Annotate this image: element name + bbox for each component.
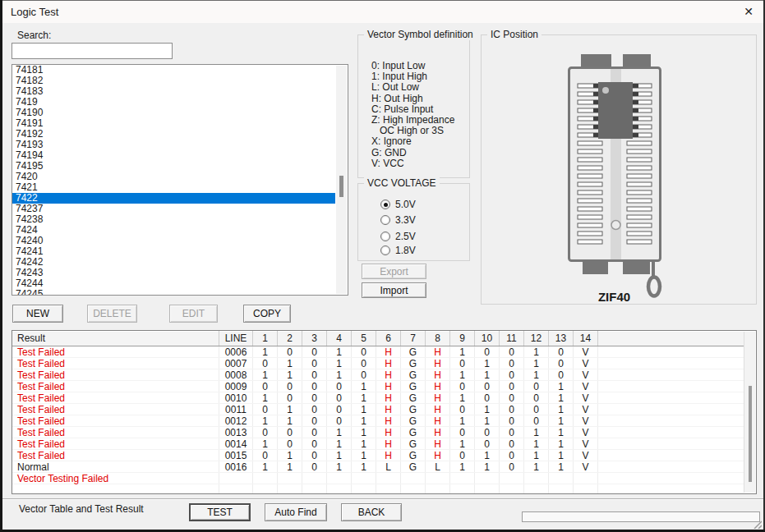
table-row[interactable]: Test Failed001410011HGH10011V	[12, 438, 744, 450]
list-item[interactable]: 74195	[12, 161, 348, 172]
table-row[interactable]: Test Failed001010001HGH10001V	[12, 392, 744, 404]
vector-cell: V	[574, 346, 598, 357]
list-item[interactable]: 74194	[12, 150, 348, 161]
table-row[interactable]: Normal001611011LGL11011V	[12, 461, 744, 473]
copy-button[interactable]: COPY	[243, 305, 291, 323]
radio-button[interactable]	[380, 215, 390, 225]
import-button[interactable]: Import	[362, 282, 426, 298]
result-cell: Test Failed	[12, 358, 219, 369]
row-filler	[598, 473, 744, 484]
vcc-option-3.3v[interactable]: 3.3V	[380, 214, 416, 226]
list-item[interactable]: 74242	[12, 257, 348, 268]
vector-cell: H	[426, 427, 450, 438]
vector-cell: 1	[450, 461, 475, 472]
table-row[interactable]: Test Failed000811010HGH11010V	[12, 369, 744, 381]
vector-cell: G	[401, 404, 426, 415]
list-item[interactable]: 74244	[12, 278, 348, 289]
vector-cell: 0	[450, 358, 475, 369]
resize-grip[interactable]	[753, 521, 762, 529]
back-button[interactable]: BACK	[341, 503, 402, 521]
vector-cell: H	[426, 369, 450, 380]
table-row[interactable]: Test Failed000900001HGH00001V	[12, 381, 744, 392]
list-item[interactable]: 74183	[12, 86, 348, 97]
ic-listbox[interactable]: 7418174182741837419741907419174192741937…	[12, 64, 348, 296]
table-row[interactable]: Test Failed001300011HGH00011V	[12, 427, 744, 438]
vector-cell: 1	[278, 450, 302, 461]
vector-cell: 0	[302, 461, 327, 472]
edit-button[interactable]: EDIT	[169, 305, 218, 323]
column-header-filler	[598, 331, 744, 346]
vector-cell: 0	[500, 381, 524, 392]
table-row[interactable]: Test Failed000701010HGH01010V	[12, 358, 744, 369]
vector-cell: 1	[524, 450, 549, 461]
list-item[interactable]: 7424	[12, 225, 348, 236]
table-empty-row[interactable]	[12, 484, 744, 494]
vector-cell	[327, 484, 352, 494]
test-button[interactable]: TEST	[189, 503, 251, 521]
list-item[interactable]: 74238	[12, 214, 348, 225]
list-item[interactable]: 74191	[12, 118, 348, 129]
radio-button[interactable]	[380, 245, 390, 255]
vcc-option-2.5v[interactable]: 2.5V	[380, 231, 416, 242]
vector-cell	[524, 473, 549, 484]
vector-cell: 0	[278, 346, 302, 357]
vector-cell	[327, 473, 352, 484]
logic-test-dialog: Logic Test ✕ Search: 7418174182741837419…	[0, 0, 765, 532]
vector-cell: 0	[450, 404, 475, 415]
vector-result-table[interactable]: ResultLINE1234567891011121314 Test Faile…	[12, 330, 757, 494]
vector-cell: 1	[450, 392, 475, 403]
vector-cell: V	[574, 381, 598, 392]
table-row[interactable]: Test Failed001501011HGH01011V	[12, 450, 744, 461]
vector-cell: H	[376, 415, 401, 426]
symbol-definition-line: X: Ignore	[371, 136, 454, 147]
vector-cell	[401, 473, 426, 484]
list-item[interactable]: 74243	[12, 268, 348, 278]
close-icon[interactable]: ✕	[738, 2, 759, 21]
list-item[interactable]: 74192	[12, 129, 348, 140]
list-item[interactable]: 74182	[12, 76, 348, 86]
table-row[interactable]: Test Failed001211001HGH11001V	[12, 415, 744, 427]
list-item[interactable]: 74241	[12, 246, 348, 257]
table-scrollbar-thumb[interactable]	[749, 386, 752, 482]
listbox-scrollbar[interactable]	[336, 66, 347, 294]
table-scrollbar[interactable]	[744, 332, 755, 493]
list-item[interactable]: 7421	[12, 182, 348, 193]
table-row[interactable]: Test Failed001101001HGH01001V	[12, 404, 744, 415]
delete-button[interactable]: DELETE	[87, 305, 137, 323]
vector-cell: 1	[475, 358, 500, 369]
list-item[interactable]: 74245	[12, 289, 348, 296]
vector-cell: 0	[500, 392, 524, 403]
vector-cell: 1	[327, 427, 352, 438]
vector-cell: G	[401, 392, 426, 403]
list-item[interactable]: 7419	[12, 97, 348, 108]
new-button[interactable]: NEW	[12, 305, 63, 323]
row-filler	[598, 438, 744, 449]
export-button[interactable]: Export	[362, 264, 426, 279]
vector-cell: H	[376, 438, 401, 449]
vector-cell: 1	[278, 461, 302, 472]
vcc-option-5.0v[interactable]: 5.0V	[380, 199, 416, 210]
table-row[interactable]: Test Failed000610010HGH10010V	[12, 346, 744, 358]
list-item[interactable]: 74181	[12, 65, 348, 76]
list-item[interactable]: 7420	[12, 172, 348, 182]
vector-cell: 1	[327, 346, 352, 357]
vector-cell: 1	[327, 461, 352, 472]
list-item[interactable]: 74240	[12, 236, 348, 246]
list-item-selected[interactable]: 7422	[12, 193, 335, 204]
list-item[interactable]: 74190	[12, 108, 348, 118]
list-item[interactable]: 74237	[12, 204, 348, 214]
vector-cell: G	[401, 369, 426, 380]
vector-cell: 0	[524, 404, 549, 415]
vcc-option-1.8v[interactable]: 1.8V	[380, 245, 416, 256]
listbox-scrollbar-thumb[interactable]	[339, 176, 343, 197]
radio-button[interactable]	[380, 232, 390, 241]
vector-cell: 1	[253, 438, 278, 449]
vector-cell: 1	[475, 461, 500, 472]
list-item[interactable]: 74193	[12, 140, 348, 150]
separator-line	[0, 498, 765, 500]
search-input[interactable]	[12, 43, 173, 59]
radio-button-selected[interactable]	[380, 200, 390, 209]
table-footer-row[interactable]: Vector Testing Failed	[12, 473, 744, 484]
vector-cell: 0	[500, 450, 524, 461]
auto-find-button[interactable]: Auto Find	[265, 503, 327, 521]
